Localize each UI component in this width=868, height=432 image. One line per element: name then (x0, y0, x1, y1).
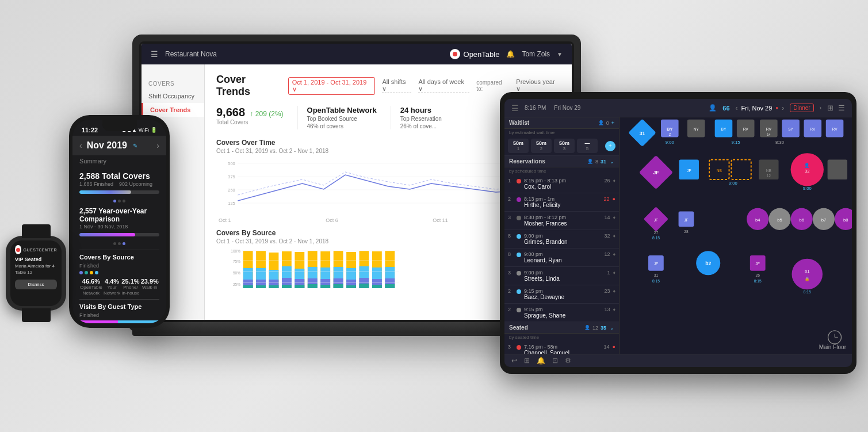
res-count-6: 1 (607, 270, 610, 276)
footer-icon-4[interactable]: ⊡ (552, 357, 558, 365)
phone-time: 11:22 (82, 127, 98, 133)
svg-text:b5: b5 (777, 217, 782, 223)
prev-date-button[interactable]: ‹ (736, 104, 738, 112)
res-name-8: Sprague, Shane (524, 312, 601, 319)
res-time-1: 8:15 pm - 8:13 pm (524, 178, 601, 183)
tablet-menu-icon[interactable]: ☰ (511, 104, 519, 113)
table-jf-small-2[interactable]: JF (679, 211, 694, 227)
yoy-sub: 1 Nov - 30 Nov, 2018 (79, 224, 159, 230)
svg-text:9:00: 9:00 (803, 186, 812, 191)
watch-screen: GUESTCENTER VIP Seated Maria Almeida for… (10, 240, 62, 306)
waitlist-expand[interactable]: + (611, 120, 614, 126)
tablet-device: ☰ 8:16 PM Fri Nov 29 👤 66 ‹ Fri, Nov 29 … (500, 92, 856, 374)
notifications-icon[interactable]: 🔔 (506, 50, 515, 58)
grid-icon[interactable]: ⊞ (827, 104, 833, 112)
x-label-3: Oct 11 (433, 217, 448, 223)
covers-progress-bar (79, 190, 159, 194)
svg-text:28: 28 (684, 230, 689, 234)
table-purple-diamond[interactable]: JF (639, 155, 673, 189)
res-name-5: Leonard, Ryan (524, 257, 601, 263)
table-blue-2[interactable]: BY (715, 120, 733, 137)
table-empty-1[interactable]: NB (709, 160, 729, 179)
table-1[interactable]: 31 (628, 118, 656, 147)
footer-icon-2[interactable]: ⊞ (524, 357, 530, 365)
total-covers-stat: 2,588 Total Covers (79, 171, 159, 181)
res-item-chappell[interactable]: 3 7:16 pm - 58m Chappell, Samuel 14 ● (504, 341, 619, 354)
current-month: Nov 2019 (87, 140, 127, 151)
footer-icon-1[interactable]: ↩ (511, 357, 517, 365)
res-item-mosher[interactable]: 3 8:30 pm - 8:12 pm Mosher, Frances 14 ♦ (504, 212, 619, 230)
res-time-4: 9:00 pm (524, 233, 601, 239)
circle-b1[interactable] (791, 259, 823, 290)
seated-expand[interactable]: ⌄ (610, 325, 614, 331)
user-name[interactable]: Tom Zois (522, 50, 550, 58)
table-row4-1[interactable]: JF (648, 255, 664, 271)
res-num-3: 3 (508, 215, 514, 220)
table-row2-1[interactable]: JF (679, 160, 699, 179)
list-icon[interactable]: ☰ (838, 104, 845, 112)
reservations-total: 31 (601, 159, 606, 165)
res-item-cox[interactable]: 1 8:15 pm - 8:13 pm Cox, Carol 26 ♦ (504, 175, 619, 193)
table-set7[interactable]: RV (826, 120, 844, 137)
sidebar-section-label: Covers (142, 74, 204, 89)
res-item-leonard[interactable]: 8 9:00 pm Leonard, Ryan 12 ♦ (504, 249, 619, 267)
res-item-grimes[interactable]: 8 9:00 pm Grimes, Brandon 32 ♦ (504, 230, 619, 249)
reservations-expand[interactable]: ⌄ (610, 159, 614, 165)
res-count-8: 13 (604, 307, 610, 312)
prev-month-button[interactable]: ‹ (79, 141, 82, 150)
dot-inactive-2 (123, 200, 125, 202)
footer-icon-5[interactable]: ⚙ (565, 357, 571, 365)
watch-device: GUESTCENTER VIP Seated Maria Almeida for… (6, 236, 66, 311)
svg-text:32: 32 (805, 169, 809, 174)
wt-num-3: 3 (557, 146, 572, 151)
days-filter[interactable]: All days of week ∨ (418, 78, 469, 93)
sidebar-item-shift-occupancy[interactable]: Shift Occupancy (142, 89, 204, 103)
table-b2[interactable]: BY 2 (661, 120, 679, 137)
phone-screen: 11:22 ▲▲▲ WiFi 🔋 ‹ Nov 2019 ✎ › Summary (72, 120, 166, 323)
edit-month-icon[interactable]: ✎ (133, 143, 137, 149)
menu-icon[interactable]: ☰ (151, 49, 158, 59)
seated-section-header: Seated 👤 12 35 ⌄ (504, 322, 619, 334)
table-jf-small[interactable]: JF (644, 207, 668, 231)
network-dot (85, 271, 88, 274)
waitlist-times: 50m 1 50m 2 50m 3 (504, 136, 619, 156)
next-month-button[interactable]: › (156, 141, 159, 150)
compared-filter[interactable]: Previous year ∨ (516, 78, 560, 93)
add-waitlist-button[interactable]: + (605, 141, 615, 151)
shift-arrow[interactable]: › (820, 105, 821, 111)
res-item-baez[interactable]: 2 9:15 pm Baez, Dewayne 23 ♦ (504, 285, 619, 304)
next-date-button[interactable]: › (782, 104, 784, 112)
svg-text:8:15: 8:15 (652, 236, 660, 240)
table-set6[interactable]: RV (804, 120, 822, 137)
table-set5[interactable]: SY (782, 120, 800, 137)
table-row4-2[interactable]: JF (750, 255, 766, 271)
res-item-sprague[interactable]: 2 9:15 pm Sprague, Shane 13 ♦ (504, 304, 619, 322)
table-gray-1[interactable]: NY (687, 120, 705, 137)
shifts-filter[interactable]: All shifts ∨ (382, 78, 411, 93)
x-label-2: Oct 6 (326, 217, 338, 223)
res-icon-7: ♦ (613, 288, 615, 294)
watch-dismiss-button[interactable]: Dismiss (15, 280, 57, 289)
date-filter[interactable]: Oct 1, 2019 - Oct 31, 2019 ∨ (288, 77, 376, 95)
res-time-2: 8:13 pm - 1m (524, 196, 601, 202)
res-icon-4: ♦ (613, 233, 615, 239)
svg-text:b2: b2 (705, 261, 711, 266)
table-empty-2[interactable] (731, 160, 751, 179)
footer-icon-3[interactable]: 🔔 (537, 357, 545, 365)
tablet-floor-map: 31 BY 2 NY (620, 117, 852, 354)
table-gray-row2-2[interactable] (828, 160, 847, 179)
tablet-shift[interactable]: Dinner (790, 104, 813, 112)
header-icons: 🔔 (506, 50, 515, 58)
res-num-2: 2 (508, 196, 514, 202)
res-item-hirthe[interactable]: 2 8:13 pm - 1m Hirthe, Felicity 22 ● (504, 193, 619, 212)
res-dot-7 (517, 289, 521, 294)
table-gray-row2[interactable]: NB 12 (759, 160, 778, 179)
res-item-streets[interactable]: 3 9:00 pm Streets, Linda 1 ♦ (504, 267, 619, 285)
svg-rect-51 (372, 285, 382, 288)
table-set3[interactable]: RV (737, 120, 755, 137)
watch-logo (15, 245, 21, 254)
svg-text:NB: NB (766, 169, 772, 173)
user-dropdown-icon[interactable]: ▼ (557, 51, 563, 58)
svg-text:9:00: 9:00 (666, 140, 674, 145)
table-set4[interactable]: RV 14 (760, 120, 778, 137)
